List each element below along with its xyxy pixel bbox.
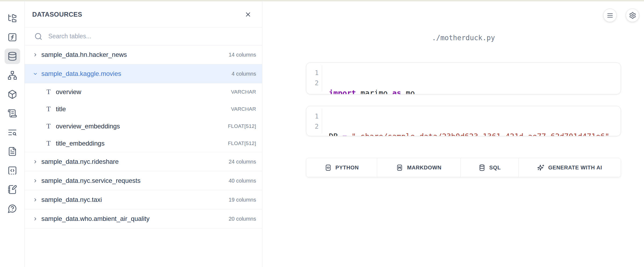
settings-button[interactable] (626, 9, 639, 22)
code-editor[interactable]: import marimo as mo import duckdb (322, 63, 621, 94)
sidebar-item-help[interactable] (5, 201, 20, 216)
help-bubble-icon (8, 204, 17, 213)
line-number-gutter: 1 2 (306, 65, 322, 92)
column-type: FLOAT[512] (228, 123, 256, 129)
notebook-actions (603, 9, 639, 22)
columns-group: T overview VARCHAR T title VARCHAR T ove… (25, 83, 262, 152)
column-row[interactable]: T title_embeddings FLOAT[512] (25, 135, 262, 152)
text-search-icon (8, 128, 17, 137)
code-cell[interactable]: 1 2 DB = "_share/sample_data/23b0d623-13… (306, 106, 621, 136)
column-type: FLOAT[512] (228, 140, 256, 146)
table-column-count: 40 columns (229, 178, 256, 184)
top-edge-strip (0, 0, 644, 1)
sidebar-item-dependencies[interactable] (5, 68, 20, 83)
menu-icon (606, 12, 614, 19)
table-column-count: 14 columns (229, 52, 256, 58)
code-line: DB = "_share/sample_data/23b0d623-1361-4… (329, 132, 621, 136)
database-icon (478, 164, 486, 171)
table-row[interactable]: sample_data.who.ambient_air_quality 20 c… (25, 209, 262, 228)
column-row[interactable]: T title VARCHAR (25, 101, 262, 118)
column-name: title_embeddings (56, 140, 228, 147)
table-row-selected[interactable]: sample_data.kaggle.movies 4 columns (25, 64, 262, 83)
search-input[interactable] (48, 33, 256, 40)
table-row[interactable]: sample_data.hn.hacker_news 14 columns (25, 45, 262, 64)
chevron-right-icon (32, 197, 39, 202)
panel-header: DATASOURCES (25, 1, 262, 28)
add-markdown-cell-button[interactable]: MARKDOWN (377, 158, 461, 177)
text-type-icon: T (45, 105, 53, 113)
sidebar-item-packages[interactable] (5, 87, 20, 102)
chevron-right-icon (32, 178, 39, 183)
column-row[interactable]: T overview VARCHAR (25, 83, 262, 101)
sparkles-icon (537, 164, 544, 171)
column-row[interactable]: T overview_embeddings FLOAT[512] (25, 118, 262, 135)
panel-title: DATASOURCES (32, 11, 82, 18)
square-code-icon (8, 166, 17, 175)
table-column-count: 4 columns (232, 71, 256, 77)
notebook-filename[interactable]: ./motherduck.py (306, 34, 621, 42)
line-number: 1 (306, 68, 319, 78)
add-sql-cell-button[interactable]: SQL (461, 158, 519, 177)
button-label: SQL (489, 165, 501, 171)
function-square-icon (8, 32, 17, 42)
network-icon (8, 71, 17, 80)
datasources-panel: DATASOURCES sample_data.hn.hacker_news 1… (25, 1, 262, 267)
notebook-pen-icon (8, 185, 17, 194)
chevron-right-icon (32, 159, 39, 164)
column-type: VARCHAR (231, 89, 256, 95)
table-row[interactable]: sample_data.nyc.taxi 19 columns (25, 190, 262, 209)
chevron-right-icon (32, 216, 39, 221)
folder-tree-icon (8, 13, 17, 23)
search-icon (34, 32, 42, 40)
sidebar-item-scratchpad[interactable] (5, 182, 20, 197)
button-label: PYTHON (336, 165, 359, 171)
code-editor[interactable]: DB = "_share/sample_data/23b0d623-1361-4… (322, 106, 621, 136)
line-number: 1 (306, 111, 319, 121)
table-name: sample_data.kaggle.movies (41, 70, 232, 77)
line-number: 2 (306, 121, 319, 132)
file-text-icon (8, 147, 17, 156)
close-panel-button[interactable] (242, 9, 254, 20)
sidebar-item-snippets[interactable] (5, 163, 20, 178)
code-cell[interactable]: 1 2 import marimo as mo import duckdb (306, 62, 621, 94)
box-icon (8, 90, 17, 99)
text-type-icon: T (45, 140, 53, 147)
add-cell-toolbar: PYTHON MARKDOWN SQL GENERATE WITH AI (306, 158, 621, 177)
table-row[interactable]: sample_data.nyc.service_requests 40 colu… (25, 171, 262, 190)
notebook-menu-button[interactable] (603, 9, 617, 22)
column-name: overview (56, 88, 231, 96)
close-icon (245, 11, 252, 18)
sidebar-item-functions[interactable] (5, 29, 20, 45)
table-name: sample_data.nyc.rideshare (41, 158, 229, 165)
activity-bar (0, 1, 25, 267)
column-type: VARCHAR (231, 106, 256, 112)
table-column-count: 20 columns (229, 216, 256, 222)
column-name: title (56, 105, 231, 113)
square-code-icon (325, 164, 332, 171)
button-label: GENERATE WITH AI (548, 165, 602, 171)
table-column-count: 24 columns (229, 159, 256, 165)
add-python-cell-button[interactable]: PYTHON (306, 158, 377, 177)
code-line: import marimo as mo (329, 88, 621, 94)
chevron-right-icon (32, 52, 39, 57)
square-m-icon (396, 164, 403, 171)
table-name: sample_data.hn.hacker_news (41, 51, 229, 58)
gear-icon (629, 12, 636, 19)
table-column-count: 19 columns (229, 197, 256, 203)
table-name: sample_data.nyc.taxi (41, 196, 229, 203)
chevron-down-icon (32, 71, 39, 76)
column-name: overview_embeddings (56, 123, 228, 130)
sidebar-item-documentation[interactable] (5, 144, 20, 159)
table-name: sample_data.nyc.service_requests (41, 177, 229, 184)
sidebar-item-logs[interactable] (5, 106, 20, 121)
line-number: 2 (306, 78, 319, 88)
sidebar-item-tracing[interactable] (5, 125, 20, 140)
button-label: MARKDOWN (407, 165, 441, 171)
generate-with-ai-button[interactable]: GENERATE WITH AI (519, 158, 621, 177)
sidebar-item-file-explorer[interactable] (5, 10, 20, 26)
table-row[interactable]: sample_data.nyc.rideshare 24 columns (25, 152, 262, 171)
notebook-area: ./motherduck.py 1 2 import marimo as mo … (263, 1, 644, 267)
table-name: sample_data.who.ambient_air_quality (41, 215, 229, 222)
text-type-icon: T (45, 123, 53, 130)
sidebar-item-datasources[interactable] (5, 49, 20, 64)
